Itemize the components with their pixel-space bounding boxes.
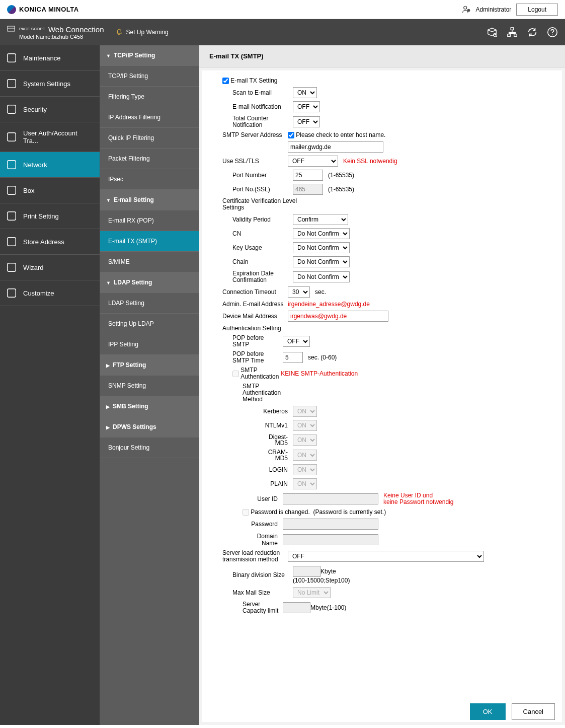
expd-select[interactable]: Do Not Confirm [293, 271, 350, 282]
pwd-changed-checkbox [243, 509, 249, 516]
svg-rect-8 [8, 54, 16, 62]
wizard-icon [6, 262, 17, 273]
sidebar-item-maintenance[interactable]: Maintenance [0, 45, 100, 71]
sidebar-secondary: TCP/IP SettingTCP/IP SettingFiltering Ty… [100, 45, 199, 725]
sidebar-sub-item[interactable]: IP Address Filtering [100, 107, 199, 128]
main: MaintenanceSystem SettingsSecurityUser A… [0, 45, 565, 725]
sidebar-sub-item[interactable]: SNMP Setting [100, 376, 199, 396]
smtp-auth-checkbox [232, 371, 239, 377]
pagescope-icon [7, 25, 16, 34]
scan-to-email-select[interactable]: ON [293, 87, 317, 98]
brand: KONICA MINOLTA [7, 5, 79, 14]
sidebar-sub-item[interactable]: Quick IP Filtering [100, 128, 199, 149]
sidebar-group[interactable]: FTP Setting [100, 355, 199, 376]
sidebar-sub-item[interactable]: IPsec [100, 169, 199, 190]
svg-rect-2 [8, 26, 15, 31]
svg-rect-9 [8, 80, 16, 88]
svg-point-0 [463, 6, 466, 9]
user-icon [462, 5, 471, 14]
cancel-button[interactable]: Cancel [512, 703, 555, 720]
total-counter-select[interactable]: OFF [293, 116, 320, 127]
network-tree-icon[interactable] [507, 27, 518, 38]
sidebar-group[interactable]: TCP/IP Setting [100, 45, 199, 66]
ok-button[interactable]: OK [470, 703, 506, 720]
sidebar-primary: MaintenanceSystem SettingsSecurityUser A… [0, 45, 100, 725]
gears-icon [6, 78, 17, 89]
sidebar-group[interactable]: E-mail Setting [100, 190, 199, 210]
smtp-host-input[interactable] [288, 141, 383, 153]
user-role: Administrator [476, 6, 512, 13]
sidebar-item-system-settings[interactable]: System Settings [0, 71, 100, 97]
email-notif-select[interactable]: OFF [293, 101, 320, 112]
header-icons [487, 27, 558, 38]
svg-rect-12 [8, 161, 16, 169]
user-icon [6, 131, 17, 142]
server-cap-input [283, 602, 310, 613]
smtp-host-checkbox[interactable] [288, 132, 294, 138]
ntlm-select: ON [293, 420, 317, 431]
shield-icon [6, 104, 17, 115]
network-icon [6, 159, 17, 170]
sidebar-group[interactable]: LDAP Setting [100, 272, 199, 293]
port-input[interactable] [293, 170, 323, 181]
box-icon [6, 185, 17, 196]
sidebar-sub-item[interactable]: Filtering Type [100, 87, 199, 107]
svg-rect-6 [514, 34, 517, 37]
device-mail-input[interactable] [288, 311, 388, 322]
help-icon[interactable] [547, 27, 558, 38]
keyusage-select[interactable]: Do Not Confirm [293, 242, 350, 253]
sidebar-sub-item[interactable]: Packet Filtering [100, 149, 199, 169]
ssl-select[interactable]: OFF [288, 156, 338, 167]
box-search-icon[interactable] [487, 27, 498, 38]
cn-select[interactable]: Do Not Confirm [293, 228, 350, 239]
sidebar-group[interactable]: DPWS Settings [100, 417, 199, 438]
logout-button[interactable]: Logout [516, 4, 558, 16]
svg-rect-13 [8, 186, 16, 195]
sidebar-item-customize[interactable]: Customize [0, 280, 100, 306]
port-ssl-input [293, 184, 323, 195]
svg-rect-16 [8, 263, 16, 272]
sidebar-sub-item[interactable]: E-mail RX (POP) [100, 210, 199, 231]
validity-select[interactable]: Confirm [293, 214, 348, 225]
pop-time-input[interactable] [283, 352, 303, 363]
ssl-note: Kein SSL notwendig [343, 158, 397, 165]
svg-rect-5 [508, 34, 511, 37]
server-load-select[interactable]: OFF [288, 551, 484, 562]
svg-rect-15 [8, 238, 16, 246]
sidebar-item-wizard[interactable]: Wizard [0, 255, 100, 280]
sidebar-item-network[interactable]: Network [0, 152, 100, 178]
svg-rect-17 [8, 289, 16, 298]
brand-text: KONICA MINOLTA [19, 6, 79, 13]
sidebar-item-print-setting[interactable]: Print Setting [0, 203, 100, 229]
sidebar-item-security[interactable]: Security [0, 97, 100, 122]
sidebar-sub-item[interactable]: TCP/IP Setting [100, 66, 199, 87]
header-bar: PAGE SCOPE Web Connection Model Name:biz… [0, 19, 565, 45]
user-box: Administrator Logout [462, 4, 558, 16]
pop-before-select[interactable]: OFF [283, 336, 310, 347]
sidebar-item-store-address[interactable]: Store Address [0, 229, 100, 255]
sidebar-sub-item[interactable]: Bonjour Setting [100, 438, 199, 458]
setup-warning[interactable]: Set Up Warning [115, 28, 169, 36]
sidebar-sub-item[interactable]: Setting Up LDAP [100, 314, 199, 334]
smtp-auth-note: KEINE SMTP-Authentication [281, 370, 358, 377]
email-tx-checkbox[interactable] [222, 78, 229, 84]
sidebar-item-user-auth-account-tra-[interactable]: User Auth/Account Tra... [0, 122, 100, 152]
customize-icon [6, 287, 17, 299]
sidebar-item-box[interactable]: Box [0, 178, 100, 203]
topbar: KONICA MINOLTA Administrator Logout [0, 0, 565, 19]
sidebar-sub-item[interactable]: IPP Setting [100, 334, 199, 355]
svg-rect-14 [8, 212, 16, 221]
content-panel: E-mail TX (SMTP) E-mail TX Setting Scan … [199, 45, 565, 725]
address-icon [6, 236, 17, 247]
plain-select: ON [293, 478, 317, 489]
svg-rect-10 [8, 105, 16, 114]
refresh-icon[interactable] [527, 27, 538, 38]
sidebar-sub-item[interactable]: S/MIME [100, 252, 199, 272]
chain-select[interactable]: Do Not Confirm [293, 256, 350, 267]
warning-bell-icon [115, 28, 123, 36]
wrench-icon [6, 52, 17, 63]
conn-timeout-select[interactable]: 30 [288, 286, 310, 298]
sidebar-sub-item[interactable]: E-mail TX (SMTP) [100, 231, 199, 252]
sidebar-group[interactable]: SMB Setting [100, 396, 199, 417]
sidebar-sub-item[interactable]: LDAP Setting [100, 293, 199, 314]
